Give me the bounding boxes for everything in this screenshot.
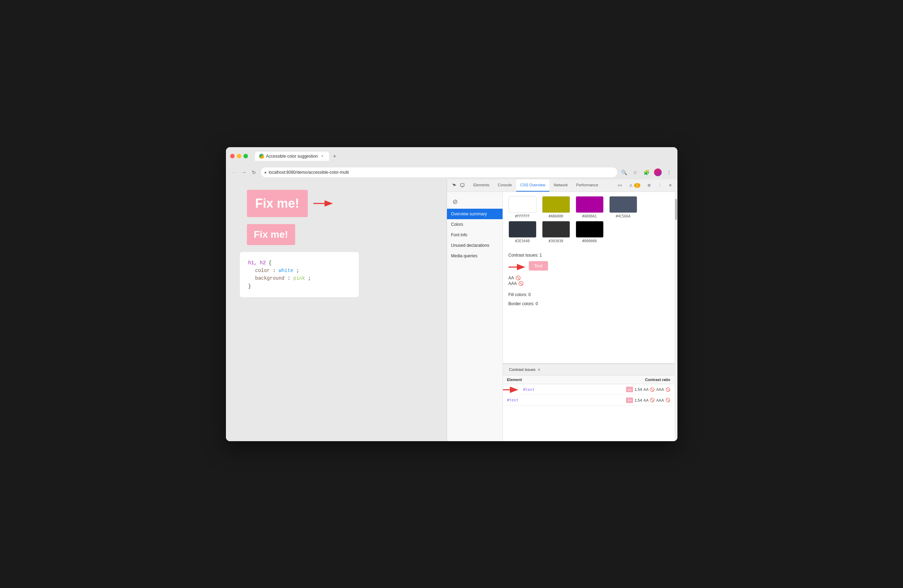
color-row-top: #FFFFFF #ABA800 #AD00A1 bbox=[508, 196, 669, 218]
warning-badge: 1 bbox=[634, 183, 640, 188]
border-colors-text: Border colors: 0 bbox=[508, 301, 538, 306]
nav-buttons: ← → ↻ bbox=[230, 168, 258, 176]
menu-button[interactable]: ⋮ bbox=[665, 168, 673, 176]
ratio-text-2: 1.54 bbox=[634, 398, 642, 402]
code-block: h1, h2 { color : white ; background : pi… bbox=[240, 252, 359, 297]
code-property-1: color bbox=[255, 268, 270, 274]
swatch-000000[interactable] bbox=[576, 221, 604, 238]
devtools-panel: Elements Console CSS Overview Network Pe… bbox=[447, 179, 677, 441]
address-bar: ← → ↻ ● localhost:8080/demo/accessible-c… bbox=[226, 165, 677, 179]
swatch-2e3440[interactable] bbox=[508, 221, 536, 238]
fix-me-box-1: Fix me! bbox=[247, 190, 308, 217]
devtools-tabs: Elements Console CSS Overview Network Pe… bbox=[447, 179, 677, 192]
swatch-4c566a[interactable] bbox=[609, 196, 637, 213]
color-swatch-2e3440: #2E3440 bbox=[508, 221, 536, 243]
code-value-pink: pink bbox=[293, 275, 305, 281]
tab-performance[interactable]: Performance bbox=[572, 179, 603, 192]
table-row-1-container: #text Aa 1.54 AA 🚫 AAA 🚫 bbox=[503, 384, 675, 395]
contrast-section: Contrast issues: 1 bbox=[508, 253, 669, 287]
devtools-device-icon[interactable] bbox=[458, 181, 467, 189]
contrast-tab-label: Contrast issues bbox=[509, 368, 536, 372]
more-tabs-button[interactable]: >> bbox=[615, 181, 625, 189]
swatch-white[interactable] bbox=[508, 196, 536, 213]
close-button[interactable] bbox=[230, 154, 235, 158]
color-swatch-000000: #000000 bbox=[576, 221, 604, 243]
devtools-main-upper: #FFFFFF #ABA800 #AD00A1 bbox=[503, 192, 675, 364]
contrast-rating-aaa: AAA 🚫 bbox=[508, 281, 669, 286]
page-viewport: Fix me! Fix me! bbox=[226, 179, 447, 441]
issue-ratio-2: Aa 1.54 AA 🚫 AAA 🚫 bbox=[601, 398, 670, 403]
tab-close-icon[interactable]: × bbox=[320, 154, 325, 159]
contrast-issues-title: Contrast issues: 1 bbox=[508, 253, 669, 258]
forward-button[interactable]: → bbox=[240, 168, 248, 176]
color-label-white: #FFFFFF bbox=[515, 214, 530, 218]
tab-console[interactable]: Console bbox=[494, 179, 516, 192]
ratio-text-1: 1.54 bbox=[634, 387, 642, 391]
contrast-issues-tab[interactable]: Contrast issues ✕ bbox=[506, 364, 544, 375]
aa-badge-1: Aa bbox=[626, 387, 633, 392]
devtools-sidebar: ⊘ Overview summary Colors Font info Unus… bbox=[447, 192, 503, 441]
contrast-rating-aa: AA 🚫 bbox=[508, 275, 669, 280]
tab-network[interactable]: Network bbox=[549, 179, 572, 192]
aa-block-icon: 🚫 bbox=[516, 275, 521, 280]
color-label-aba800: #ABA800 bbox=[548, 214, 563, 218]
aaa-no-2: 🚫 bbox=[665, 398, 670, 402]
contrast-preview[interactable]: Text bbox=[529, 261, 548, 270]
swatch-aba800[interactable] bbox=[542, 196, 570, 213]
color-row-bottom: #2E3440 #303030 #000000 bbox=[508, 221, 669, 243]
table-row[interactable]: #text Aa 1.54 AA 🚫 AAA 🚫 bbox=[503, 395, 675, 406]
sidebar-item-colors[interactable]: Colors bbox=[447, 219, 503, 230]
fix-me-text-1: Fix me! bbox=[255, 196, 299, 211]
sidebar-item-font-info[interactable]: Font info bbox=[447, 230, 503, 240]
border-colors-section: Border colors: 0 bbox=[508, 301, 669, 306]
code-value-white: white bbox=[279, 268, 293, 274]
zoom-button[interactable]: 🔍 bbox=[620, 168, 628, 176]
profile-button[interactable] bbox=[654, 168, 662, 176]
tab-elements[interactable]: Elements bbox=[469, 179, 494, 192]
tab-css-overview[interactable]: CSS Overview bbox=[516, 179, 550, 192]
devtools-close-button[interactable]: ✕ bbox=[666, 181, 675, 189]
sidebar-item-overview[interactable]: Overview summary bbox=[447, 209, 503, 219]
contrast-issues-tabs: Contrast issues ✕ bbox=[503, 364, 675, 376]
settings-button[interactable]: ⚙ bbox=[645, 181, 654, 189]
issue-element-2: #text bbox=[507, 398, 601, 402]
devtools-actions: >> ⚠ 1 ⚙ ⋮ ✕ bbox=[615, 181, 674, 189]
sidebar-item-media-queries[interactable]: Media queries bbox=[447, 251, 503, 261]
url-bar[interactable]: ● localhost:8080/demo/accessible-color-m… bbox=[261, 167, 617, 177]
contrast-preview-text: Text bbox=[534, 263, 543, 269]
back-button[interactable]: ← bbox=[230, 168, 239, 176]
active-tab[interactable]: Accessible color suggestion × bbox=[255, 152, 329, 161]
title-bar: Accessible color suggestion × + bbox=[226, 147, 677, 165]
swatch-ad00a1[interactable] bbox=[576, 196, 604, 213]
reload-button[interactable]: ↻ bbox=[250, 168, 258, 176]
red-arrow-3 bbox=[503, 384, 519, 395]
color-swatch-4c566a: #4C566A bbox=[609, 196, 637, 218]
color-swatch-ad00a1: #AD00A1 bbox=[576, 196, 604, 218]
issues-table-body: #text Aa 1.54 AA 🚫 AAA 🚫 bbox=[503, 384, 675, 406]
minimize-button[interactable] bbox=[237, 154, 241, 158]
new-tab-button[interactable]: + bbox=[330, 152, 339, 160]
scrollbar-thumb[interactable] bbox=[675, 199, 677, 220]
maximize-button[interactable] bbox=[244, 154, 248, 158]
issue-ratio-1: Aa 1.54 AA 🚫 AAA 🚫 bbox=[601, 387, 670, 392]
aaa-label-2: AAA bbox=[656, 398, 664, 402]
table-row[interactable]: #text Aa 1.54 AA 🚫 AAA 🚫 bbox=[519, 385, 675, 395]
bookmark-button[interactable]: ☆ bbox=[631, 168, 640, 176]
aaa-label-1: AAA bbox=[656, 387, 664, 391]
sidebar-item-unused-declarations[interactable]: Unused declarations bbox=[447, 240, 503, 251]
scrollbar-track[interactable] bbox=[675, 192, 677, 441]
issue-element-1: #text bbox=[523, 387, 601, 392]
color-label-000000: #000000 bbox=[582, 239, 597, 243]
red-arrow-2 bbox=[508, 262, 526, 272]
devtools-cursor-icon[interactable] bbox=[450, 181, 458, 189]
contrast-tab-close[interactable]: ✕ bbox=[538, 368, 540, 372]
devtools-body: ⊘ Overview summary Colors Font info Unus… bbox=[447, 192, 677, 441]
tab-favicon-icon bbox=[259, 154, 264, 159]
warning-button[interactable]: ⚠ 1 bbox=[626, 181, 643, 189]
url-text: localhost:8080/demo/accessible-color-mul… bbox=[269, 170, 349, 175]
swatch-303030[interactable] bbox=[542, 221, 570, 238]
extensions-button[interactable]: 🧩 bbox=[642, 168, 651, 176]
devtools-more-button[interactable]: ⋮ bbox=[655, 181, 664, 189]
fix-me-box-2: Fix me! bbox=[247, 224, 295, 245]
color-swatch-white: #FFFFFF bbox=[508, 196, 536, 218]
